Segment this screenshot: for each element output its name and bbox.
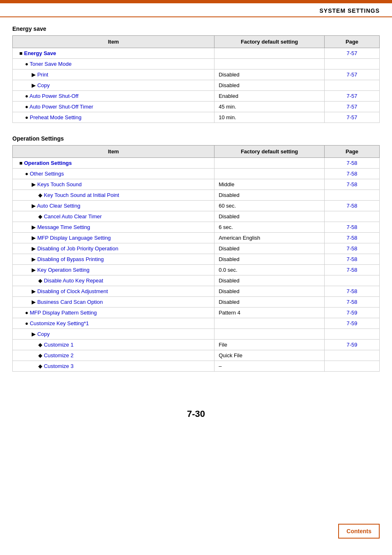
table-row: Auto Clear Setting60 sec.7-58 [13,201,380,211]
row-label: Print [17,72,48,78]
row-default: 0.0 sec. [214,265,325,275]
table-row: Disable Auto Key RepeatDisabled [13,275,380,286]
row-label: Preheat Mode Setting [17,114,81,120]
row-default: Disabled [214,297,325,308]
page-link[interactable]: 7-58 [347,299,357,305]
page-title: SYSTEM SETTINGS [320,7,380,14]
contents-button[interactable]: Contents [338,524,380,539]
row-default [214,318,325,329]
row-page: 7-58 [325,297,380,308]
row-page [325,361,380,372]
table-row: Message Time Setting6 sec.7-58 [13,222,380,233]
energy-col-default: Factory default setting [214,36,325,48]
row-default [214,158,325,169]
page-link[interactable]: 7-59 [347,310,357,316]
page-link[interactable]: 7-58 [347,267,357,273]
row-page [325,59,380,69]
row-default: Disabled [214,275,325,286]
row-default: Disabled [214,190,325,201]
page-link[interactable]: 7-59 [347,342,357,348]
row-label: Business Card Scan Option [17,299,103,305]
page-link[interactable]: 7-58 [347,288,357,294]
energy-save-table: Item Factory default setting Page Energy… [12,35,380,123]
row-default [214,48,325,59]
row-page: 7-57 [325,102,380,112]
row-label: Disabling of Bypass Printing [17,256,104,262]
row-page: 7-59 [325,318,380,329]
table-row: Preheat Mode Setting10 min.7-57 [13,112,380,123]
operation-settings-table: Item Factory default setting Page Operat… [12,145,380,372]
table-row: Customize 2Quick File [13,350,380,361]
page-link[interactable]: 7-58 [347,203,357,209]
row-default: – [214,361,325,372]
page-link[interactable]: 7-58 [347,256,357,262]
row-label: Copy [17,331,50,337]
row-default: American English [214,233,325,243]
page-link[interactable]: 7-58 [347,160,357,166]
page-link[interactable]: 7-57 [347,114,357,120]
row-default: 10 min. [214,112,325,123]
row-page: 7-58 [325,179,380,190]
row-page: 7-58 [325,222,380,233]
row-label: Copy [17,82,50,88]
energy-col-page: Page [325,36,380,48]
row-label: Customize 3 [17,363,74,369]
table-row: Auto Power Shut-Off Timer45 min.7-57 [13,102,380,112]
row-page: 7-58 [325,233,380,243]
page-link[interactable]: 7-57 [347,50,357,56]
table-row: Cancel Auto Clear TimerDisabled [13,211,380,222]
table-row: Copy [13,329,380,340]
top-bar [0,0,392,3]
table-row: Energy Save7-57 [13,48,380,59]
page-header: SYSTEM SETTINGS [0,3,392,17]
page-link[interactable]: 7-57 [347,72,357,78]
row-default: Disabled [214,254,325,265]
row-label: Customize 2 [17,352,74,358]
row-label: Customize 1 [17,342,74,348]
row-default [214,59,325,69]
page-number: 7-30 [0,409,392,419]
row-page: 7-57 [325,91,380,102]
table-row: Key Touch Sound at Initial PointDisabled [13,190,380,201]
table-row: Business Card Scan OptionDisabled7-58 [13,297,380,308]
energy-save-section-title: Energy save [12,25,380,32]
row-default: Disabled [214,243,325,254]
row-default: Enabled [214,91,325,102]
table-row: Customize 1File7-59 [13,340,380,350]
page-link[interactable]: 7-58 [347,235,357,241]
row-label: Disable Auto Key Repeat [17,278,103,284]
row-page: 7-58 [325,158,380,169]
page-link[interactable]: 7-58 [347,224,357,230]
row-default: 60 sec. [214,201,325,211]
page-link[interactable]: 7-58 [347,181,357,187]
row-label: Message Time Setting [17,224,90,230]
row-label: MFP Display Language Setting [17,235,111,241]
row-default: Disabled [214,211,325,222]
table-row: MFP Display Pattern SettingPattern 47-59 [13,308,380,318]
row-page: 7-58 [325,265,380,275]
row-label: Auto Power Shut-Off Timer [17,104,93,110]
row-page [325,190,380,201]
row-default: 6 sec. [214,222,325,233]
main-content: Energy save Item Factory default setting… [0,17,392,392]
row-page: 7-57 [325,48,380,59]
row-page [325,211,380,222]
table-row: Key Operation Setting0.0 sec.7-58 [13,265,380,275]
op-col-page: Page [325,146,380,158]
page-link[interactable]: 7-59 [347,320,357,326]
row-label: Disabling of Clock Adjustment [17,288,108,294]
row-page: 7-58 [325,243,380,254]
energy-col-item: Item [13,36,214,48]
table-row: Toner Save Mode [13,59,380,69]
row-default: 45 min. [214,102,325,112]
row-page: 7-58 [325,286,380,297]
page-link[interactable]: 7-57 [347,93,357,99]
row-default: Disabled [214,69,325,80]
row-page: 7-57 [325,69,380,80]
operation-settings-section-title: Operation Settings [12,135,380,142]
page-link[interactable]: 7-58 [347,171,357,177]
op-col-default: Factory default setting [214,146,325,158]
page-link[interactable]: 7-57 [347,104,357,110]
page-link[interactable]: 7-58 [347,245,357,252]
row-default: File [214,340,325,350]
